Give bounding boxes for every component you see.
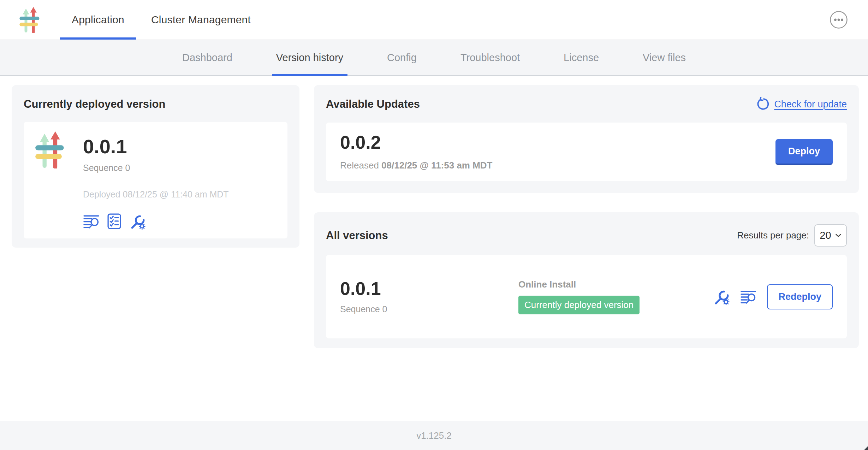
app-footer: v1.125.2 xyxy=(0,421,868,450)
check-for-update-label: Check for update xyxy=(774,99,847,110)
console-version-label: v1.125.2 xyxy=(416,430,452,441)
chevron-down-icon xyxy=(835,233,842,237)
redeploy-button[interactable]: Redeploy xyxy=(767,284,833,309)
deployed-actions xyxy=(83,213,229,230)
row-release-notes-button[interactable] xyxy=(740,289,756,305)
release-notes-icon xyxy=(83,213,100,230)
update-row: 0.0.2 Released 08/12/25 @ 11:53 am MDT D… xyxy=(326,123,847,181)
available-updates-title: Available Updates xyxy=(326,98,420,111)
app-logo-icon xyxy=(35,131,69,229)
row-actions: Redeploy xyxy=(713,284,833,309)
main-content: Currently deployed version 0.0.1 Sequenc… xyxy=(0,77,868,421)
results-per-page-select[interactable]: 20 xyxy=(814,224,847,247)
refresh-icon xyxy=(755,97,769,111)
preflight-checks-button[interactable] xyxy=(106,213,123,230)
config-icon xyxy=(129,213,145,230)
results-per-page-label: Results per page: xyxy=(737,230,809,241)
currently-deployed-title: Currently deployed version xyxy=(24,98,287,111)
subnav-version-history[interactable]: Version history xyxy=(276,40,343,75)
released-prefix: Released xyxy=(340,160,379,171)
update-version-number: 0.0.2 xyxy=(340,133,493,152)
config-icon xyxy=(713,288,730,305)
available-updates-card: Available Updates Check for update 0.0.2… xyxy=(314,85,859,193)
deploy-button[interactable]: Deploy xyxy=(775,139,833,165)
window-resize-corner xyxy=(864,446,868,450)
release-notes-icon xyxy=(740,289,756,305)
row-sequence: Sequence 0 xyxy=(340,304,518,314)
deployed-sequence: Sequence 0 xyxy=(83,163,229,173)
all-versions-title: All versions xyxy=(326,229,388,242)
tab-application[interactable]: Application xyxy=(58,0,138,40)
app-logo-icon xyxy=(19,7,43,33)
deployed-version-panel: 0.0.1 Sequence 0 Deployed 08/12/25 @ 11:… xyxy=(24,122,287,238)
tab-application-label: Application xyxy=(72,14,124,26)
results-per-page-group: Results per page: 20 xyxy=(737,224,847,247)
subnav-troubleshoot[interactable]: Troubleshoot xyxy=(460,40,520,75)
preflight-checks-icon xyxy=(106,213,123,230)
check-for-update-link[interactable]: Check for update xyxy=(755,97,847,111)
subnav-license[interactable]: License xyxy=(564,40,599,75)
subnav-view-files[interactable]: View files xyxy=(643,40,686,75)
deployed-timestamp: Deployed 08/12/25 @ 11:40 am MDT xyxy=(83,189,229,200)
release-notes-button[interactable] xyxy=(83,213,100,230)
row-version-number: 0.0.1 xyxy=(340,279,518,298)
deployed-version-number: 0.0.1 xyxy=(83,137,229,156)
subnav-dashboard[interactable]: Dashboard xyxy=(182,40,232,75)
row-config-button[interactable] xyxy=(713,288,730,305)
currently-deployed-badge: Currently deployed version xyxy=(518,296,640,314)
released-date: 08/12/25 @ 11:53 am MDT xyxy=(381,160,492,171)
ellipsis-circle-icon xyxy=(829,10,848,29)
results-per-page-value: 20 xyxy=(820,230,831,241)
tab-cluster-management-label: Cluster Management xyxy=(151,14,251,26)
all-versions-card: All versions Results per page: 20 0.0.1 … xyxy=(314,212,859,348)
app-header: Application Cluster Management xyxy=(0,0,868,40)
app-subnav: Dashboard Version history Config Trouble… xyxy=(0,40,868,76)
config-button[interactable] xyxy=(129,213,145,230)
subnav-config[interactable]: Config xyxy=(387,40,417,75)
currently-deployed-card: Currently deployed version 0.0.1 Sequenc… xyxy=(12,85,299,248)
row-install-type: Online Install xyxy=(518,279,713,290)
overflow-menu-button[interactable] xyxy=(829,10,848,29)
top-tab-bar: Application Cluster Management xyxy=(58,0,264,40)
update-released-timestamp: Released 08/12/25 @ 11:53 am MDT xyxy=(340,160,493,171)
tab-cluster-management[interactable]: Cluster Management xyxy=(138,0,264,40)
version-row: 0.0.1 Sequence 0 Online Install Currentl… xyxy=(326,255,847,338)
